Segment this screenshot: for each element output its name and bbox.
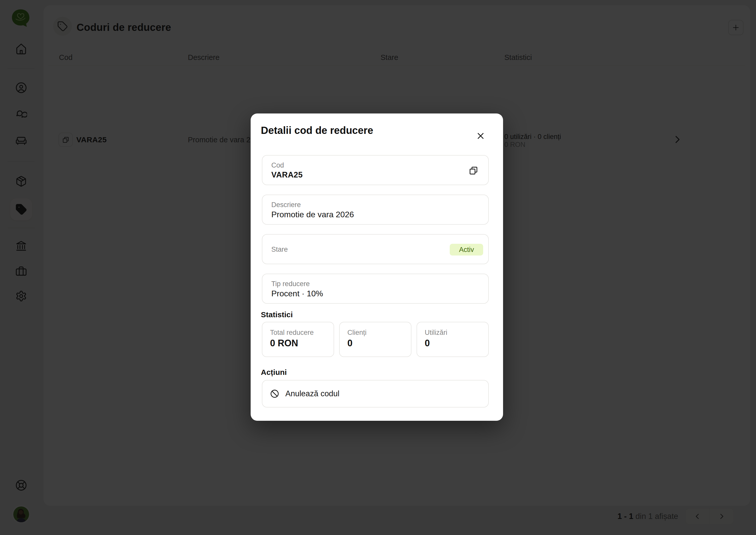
actions-section-heading: Acțiuni — [261, 367, 287, 377]
field-stare-label: Stare — [271, 245, 288, 253]
copy-icon[interactable] — [469, 166, 478, 175]
stat-value: 0 — [348, 338, 352, 349]
stat-label: Utilizări — [425, 328, 447, 337]
stat-label: Total reducere — [270, 328, 314, 337]
stat-card-clienti: Clienți 0 — [339, 322, 411, 357]
stat-card-utilizari: Utilizări 0 — [416, 322, 489, 357]
ban-icon — [270, 389, 279, 398]
field-tip-reducere: Tip reducere Procent · 10% — [262, 274, 489, 304]
field-cod-label: Cod — [271, 161, 284, 169]
page: Coduri de reducere Cod Descriere Stare S… — [0, 0, 756, 535]
close-button[interactable] — [474, 130, 487, 142]
discount-code-detail-modal: Detalii cod de reducere Cod VARA25 Descr… — [251, 113, 503, 421]
stats-section-heading: Statistici — [261, 310, 293, 320]
stat-card-total-reducere: Total reducere 0 RON — [262, 322, 334, 357]
field-cod: Cod VARA25 — [262, 155, 489, 185]
stat-value: 0 — [425, 338, 430, 349]
field-stare: Stare Activ — [262, 234, 489, 264]
field-descriere: Descriere Promotie de vara 2026 — [262, 195, 489, 225]
field-cod-value: VARA25 — [271, 170, 303, 180]
modal-title: Detalii cod de reducere — [261, 124, 373, 137]
cancel-code-button[interactable]: Anulează codul — [262, 380, 489, 408]
field-descriere-label: Descriere — [271, 201, 301, 209]
close-icon — [476, 131, 485, 140]
stat-value: 0 RON — [270, 338, 298, 349]
status-badge: Activ — [450, 244, 483, 256]
field-tip-label: Tip reducere — [271, 280, 310, 288]
field-descriere-value: Promotie de vara 2026 — [271, 210, 354, 219]
stat-label: Clienți — [348, 328, 367, 337]
cancel-code-label: Anulează codul — [285, 389, 340, 398]
field-tip-value: Procent · 10% — [271, 289, 323, 298]
stats-cards: Total reducere 0 RON Clienți 0 Utilizări… — [262, 322, 489, 357]
